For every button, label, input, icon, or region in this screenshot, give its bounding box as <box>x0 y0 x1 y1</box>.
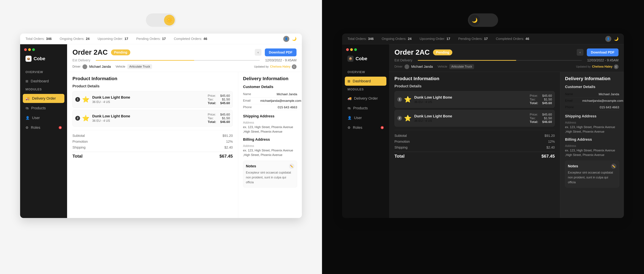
notes-title: Notes <box>246 164 256 168</box>
product-pricing-2: Price: $45.60 Tax: $1.50 Total: $46.60 <box>208 113 230 124</box>
billing-address-text-dark: Address ex. 123, High Street, Phoenix Av… <box>565 144 619 157</box>
dashboard-icon: ⊞ <box>26 79 28 83</box>
dot-red <box>24 48 27 51</box>
product-row-2: 2 ⭐ Dunk Low Light Bone 36 EU - 4 US Pri… <box>72 110 233 126</box>
sidebar-item-delivery-order-dark[interactable]: 🚚 Delivery Order <box>345 94 386 103</box>
summary-total: Total $67.45 <box>72 152 233 160</box>
light-mode-toggle[interactable]: ☀️ <box>146 14 176 27</box>
stats-bar-dark: Total Orders: 346 Ongoing Orders: 24 Upc… <box>342 34 624 44</box>
roles-badge-dark: ● <box>381 126 384 129</box>
app-container-light: Total Orders: 346 Ongoing Orders: 24 Upc… <box>20 34 302 218</box>
product-row-1-dark: 1 ⭐ Dunk Low Light Bone 36 EU - 4 US Pri… <box>394 91 555 108</box>
product-details-label-dark: Product Details <box>394 84 555 88</box>
notes-text-dark: Excepteur sint occaecat cupidatat non pr… <box>568 170 616 184</box>
product-row-2-dark: 2 ⭐ Dunk Low Light Bone 36 EU - 4 US Pri… <box>394 110 555 126</box>
billing-address-text: Address ex. 123, High Street, Phoenix Av… <box>243 144 297 157</box>
summary-section-dark: Subtotal $91.20 Promotion 12% Shipping $… <box>394 130 555 160</box>
user-icon-dark: 👤 <box>348 116 352 120</box>
download-pdf-button[interactable]: Download PDF <box>265 48 296 56</box>
dark-mode-panel: 🌙 Total Orders: 346 Ongoing Orders: 24 U… <box>322 0 644 274</box>
notes-header: Notes ✏️ <box>246 164 294 169</box>
customer-details-title-dark: Customer Details <box>565 85 619 89</box>
customer-phone-row: Phone 015 643 4663 <box>243 104 297 111</box>
completed-orders-stat: Completed Orders: 46 <box>174 37 207 41</box>
content-area-light: Order 2AC Pending ‹ Download PDF Est Del… <box>67 44 302 218</box>
theme-toggle-container: ☀️ <box>146 14 176 27</box>
product-panel-dark: Product Information Product Details 1 ⭐ … <box>389 72 560 218</box>
product-info-2: Dunk Low Light Bone 36 EU - 4 US <box>92 114 208 122</box>
two-col-layout-dark: Product Information Product Details 1 ⭐ … <box>389 72 624 218</box>
progress-fill-dark <box>418 60 516 61</box>
product-info-1: Dunk Low Light Bone 36 EU - 4 US <box>92 95 208 104</box>
sidebar-light: 📦 Cobe OVERVIEW ⊞ Dashboard MODULES 🚚 De… <box>20 44 67 218</box>
light-mode-panel: ☀️ Total Orders: 346 Ongoing Orders: 24 … <box>0 0 322 274</box>
ongoing-orders-stat: Ongoing Orders: 24 <box>60 37 90 41</box>
progress-fill <box>96 60 194 61</box>
driver-row: Driver Michael Janda Vehicle Articulate … <box>72 64 296 69</box>
delivery-title-dark: Delivery Information <box>565 76 619 81</box>
customer-phone-row-dark: Phone 015 643 4663 <box>565 104 619 111</box>
sidebar-item-user[interactable]: 👤 User <box>23 113 64 122</box>
sidebar-item-products[interactable]: 🛍 Products <box>23 104 64 113</box>
logo-area: 📦 Cobe <box>23 54 64 64</box>
order-meta-row-dark: Est Delivery 12/03/2022 - 9:45AM <box>394 58 618 62</box>
product-info-2-dark: Dunk Low Light Bone 36 EU - 4 US <box>414 114 530 122</box>
status-badge: Pending <box>111 50 130 55</box>
summary-subtotal: Subtotal $91.20 <box>72 133 233 139</box>
moon-icon-dark[interactable]: 🌙 <box>614 37 618 41</box>
toggle-knob-dark: 🌙 <box>469 15 480 26</box>
order-title-row: Order 2AC Pending ‹ Download PDF <box>72 48 296 56</box>
driver-row-dark: Driver Michael Janda Vehicle Articulate … <box>394 64 618 69</box>
sidebar-item-user-dark[interactable]: 👤 User <box>345 113 386 122</box>
product-number-1-dark: 1 <box>397 97 402 102</box>
notes-edit-button-dark[interactable]: ✏️ <box>611 164 616 169</box>
summary-shipping-dark: Shipping $2.40 <box>394 144 555 150</box>
product-info-title: Product Information <box>72 76 233 81</box>
notes-title-dark: Notes <box>568 164 578 168</box>
order-title-dark: Order 2AC <box>394 48 430 56</box>
upcoming-orders-stat: Upcoming Order: 17 <box>98 37 128 41</box>
order-title: Order 2AC <box>72 48 108 56</box>
customer-name-row: Name Michael Janda <box>243 91 297 98</box>
content-area-dark: Order 2AC Pending ‹ Download PDF Est Del… <box>389 44 624 218</box>
product-details-label: Product Details <box>72 84 233 88</box>
sidebar-item-roles[interactable]: ⚙ Roles ● <box>23 123 64 132</box>
main-layout-dark: 📦 Cobe OVERVIEW ⊞ Dashboard MODULES 🚚 De… <box>342 44 624 218</box>
progress-bar <box>96 60 260 61</box>
sidebar-dark: 📦 Cobe OVERVIEW ⊞ Dashboard MODULES 🚚 De… <box>342 44 389 218</box>
notes-header-dark: Notes ✏️ <box>568 164 616 169</box>
user-avatar-dark[interactable]: 👤 <box>605 36 611 42</box>
updater-avatar: C <box>292 64 296 69</box>
billing-address-title: Billing Address <box>243 137 297 142</box>
product-info-title-dark: Product Information <box>394 76 555 81</box>
completed-orders-stat-dark: Completed Orders: 46 <box>496 37 529 41</box>
collapse-button-dark[interactable]: ‹ <box>577 49 584 56</box>
summary-total-dark: Total $67.45 <box>394 152 555 160</box>
notes-edit-button[interactable]: ✏️ <box>289 164 294 169</box>
download-pdf-button-dark[interactable]: Download PDF <box>587 48 618 56</box>
product-star-2-dark: ⭐ <box>404 115 412 122</box>
logo-icon-dark: 📦 <box>348 56 354 62</box>
pending-orders-stat: Pending Orders: 17 <box>136 37 166 41</box>
dark-mode-toggle[interactable]: 🌙 <box>468 14 498 27</box>
summary-section-light: Subtotal $91.20 Promotion 12% Shipping $… <box>72 130 233 160</box>
roles-icon-dark: ⚙ <box>348 126 350 130</box>
product-pricing-2-dark: Price: $45.60 Tax: $1.50 Total: $46.60 <box>530 113 552 124</box>
delivery-title: Delivery Information <box>243 76 297 81</box>
product-panel-light: Product Information Product Details 1 ⭐ … <box>67 72 238 218</box>
dashboard-icon-dark: ⊞ <box>348 79 350 83</box>
customer-email-row-dark: Email michaeljanda@example.com <box>565 98 619 104</box>
sidebar-item-dashboard[interactable]: ⊞ Dashboard <box>23 77 64 86</box>
moon-icon[interactable]: 🌙 <box>292 37 296 41</box>
sidebar-item-delivery-order[interactable]: 🚚 Delivery Order <box>23 94 64 103</box>
shipping-address-title-dark: Shipping Address <box>565 114 619 118</box>
sidebar-item-roles-dark[interactable]: ⚙ Roles ● <box>345 123 386 132</box>
collapse-button[interactable]: ‹ <box>255 49 262 56</box>
total-orders-stat: Total Orders: 346 <box>26 37 52 41</box>
product-number-2-dark: 2 <box>397 116 402 120</box>
toggle-knob-light: ☀️ <box>164 15 175 26</box>
shipping-address-text-dark: Address ex. 123, High Street, Phoenix Av… <box>565 120 619 134</box>
sidebar-item-products-dark[interactable]: 🛍 Products <box>345 104 386 113</box>
user-avatar[interactable]: 👤 <box>283 36 289 42</box>
sidebar-item-dashboard-dark[interactable]: ⊞ Dashboard <box>345 77 386 86</box>
